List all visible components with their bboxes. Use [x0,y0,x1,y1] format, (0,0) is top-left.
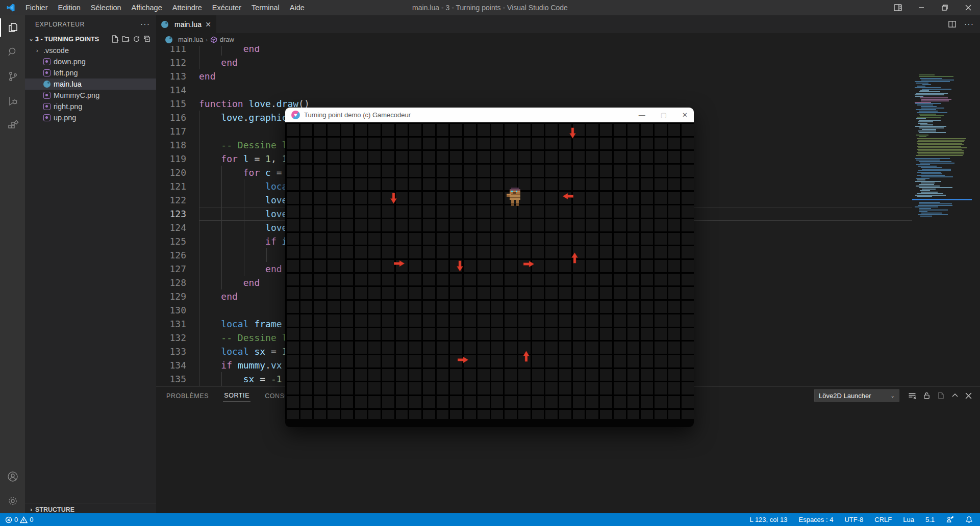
code-text: love [199,193,287,207]
code-text: loca [199,179,287,193]
language-mode[interactable]: Lua [903,516,914,523]
code-text: if i [199,234,287,248]
menu-item-aide[interactable]: Aide [285,0,310,15]
game-minimize-icon[interactable]: — [639,112,645,118]
explorer-icon[interactable] [0,15,25,40]
menu-item-fichier[interactable]: Fichier [20,0,53,15]
breadcrumb-symbol[interactable]: draw [220,36,234,43]
editor-more-actions-icon[interactable]: ··· [964,20,974,29]
layout-toggle-icon[interactable] [886,0,910,15]
menu-item-affichage[interactable]: Affichage [127,0,167,15]
game-window-title: Turning point demo (c) Gamecodeur [304,111,411,119]
split-editor-icon[interactable] [948,20,956,28]
problems-status[interactable]: 0 0 [5,516,33,523]
restore-button[interactable] [933,0,957,15]
menu-item-terminal[interactable]: Terminal [246,0,285,15]
arrow-left-sprite [563,193,573,200]
breadcrumb-file[interactable]: main.lua [178,36,203,43]
new-file-icon[interactable] [111,35,119,43]
indent-guide [244,248,244,262]
tab-close-icon[interactable]: ✕ [205,20,211,29]
explorer-more-actions-icon[interactable]: ··· [140,20,150,29]
explorer-actions [111,35,156,43]
feedback-icon[interactable] [946,516,954,523]
close-panel-icon[interactable] [965,392,972,399]
sidebar-item-left.png[interactable]: left.png [25,67,156,78]
game-maximize-icon[interactable]: ▢ [661,112,667,118]
menu-item-sélection[interactable]: Sélection [86,0,127,15]
code-line-113[interactable]: 113end [156,69,980,83]
extensions-icon[interactable] [0,113,25,138]
explorer-sidebar: EXPLORATEUR ··· ⌄ 3 - TURNING POINTS ›.v… [25,15,156,513]
minimize-button[interactable] [910,0,933,15]
game-close-icon[interactable]: ✕ [682,112,688,118]
code-line-111[interactable]: 111 end [156,46,980,56]
line-number: 131 [156,317,186,331]
sidebar-item-main.lua[interactable]: main.lua [25,78,156,90]
indent-guide [221,248,222,262]
window-controls [886,0,980,15]
notifications-bell-icon[interactable] [965,516,973,523]
maximize-panel-icon[interactable] [951,392,959,399]
output-channel-select[interactable]: Löve2D Launcher ⌄ [814,389,899,402]
minimap[interactable] [912,74,972,227]
lua-file-icon [43,81,51,88]
love2d-icon [291,111,300,119]
vscode-window: FichierEditionSélectionAffichageAtteindr… [0,0,980,526]
encoding[interactable]: UTF-8 [844,516,863,523]
run-debug-icon[interactable] [0,89,25,113]
menu-item-exécuter[interactable]: Exécuter [207,0,246,15]
search-icon[interactable] [0,40,25,64]
folder-section-header[interactable]: ⌄ 3 - TURNING POINTS [25,33,156,45]
menu-item-atteindre[interactable]: Atteindre [167,0,207,15]
account-icon[interactable] [0,464,25,489]
code-text: love [199,221,287,234]
cursor-position[interactable]: L 123, col 13 [750,516,788,523]
line-number: 124 [156,221,186,234]
title-bar: FichierEditionSélectionAffichageAtteindr… [0,0,980,15]
chevron-down-icon: ⌄ [891,393,895,399]
code-text: end [199,56,238,69]
game-window-titlebar[interactable]: Turning point demo (c) Gamecodeur — ▢ ✕ [285,108,694,122]
line-number: 120 [156,166,186,179]
panel-tab-sortie[interactable]: SORTIE [223,389,250,402]
clear-output-icon[interactable] [908,391,916,400]
sidebar-item-right.png[interactable]: right.png [25,101,156,112]
code-line-112[interactable]: 112 end [156,56,980,69]
new-folder-icon[interactable] [122,35,130,43]
line-number: 114 [156,83,186,97]
sidebar-item-MummyC.png[interactable]: MummyC.png [25,90,156,101]
collapse-all-icon[interactable] [143,35,151,43]
file-name: MummyC.png [54,91,99,99]
indentation[interactable]: Espaces : 4 [798,516,833,523]
arrow-right-sprite [523,260,534,268]
file-name: down.png [54,58,86,66]
line-number: 112 [156,56,186,69]
chevron-right-icon: › [36,47,43,54]
sidebar-item-up.png[interactable]: up.png [25,112,156,123]
file-name: .vscode [43,46,69,55]
lua-file-icon [161,21,168,28]
indent-guide [199,207,199,221]
menu-item-edition[interactable]: Edition [53,0,86,15]
settings-gear-icon[interactable] [0,489,25,513]
panel-tab-probl-mes[interactable]: PROBLÈMES [165,389,210,402]
unlock-icon[interactable] [923,391,931,400]
arrow-down-sprite [569,128,576,139]
tab-main-lua[interactable]: main.lua ✕ [156,15,216,33]
sidebar-item-down.png[interactable]: down.png [25,56,156,67]
code-line-114[interactable]: 114 [156,83,980,97]
arrow-right-sprite [394,260,405,267]
minimap-current-line-marker [912,199,972,200]
indent-guide [199,124,199,138]
lua-version[interactable]: 5.1 [925,516,935,523]
source-control-icon[interactable] [0,64,25,89]
open-output-in-editor-icon[interactable] [937,391,945,400]
arrow-down-sprite [390,193,397,204]
sidebar-item-.vscode[interactable]: ›.vscode [25,45,156,56]
close-window-button[interactable] [957,0,980,15]
eol-sequence[interactable]: CRLF [874,516,892,523]
refresh-icon[interactable] [133,35,140,43]
output-channel-value: Löve2D Launcher [819,392,871,400]
code-text: -- Dessine l [199,331,287,345]
